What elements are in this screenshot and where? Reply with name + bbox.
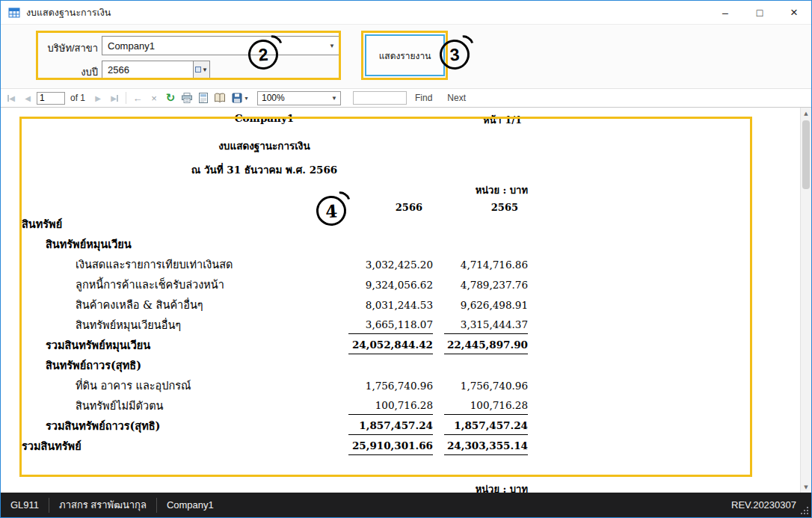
row-value-2566 [348, 215, 433, 233]
report-unit: หน่วย : บาท [476, 182, 528, 198]
vertical-scrollbar[interactable]: ▲ ▼ [800, 108, 811, 493]
next-page-button[interactable]: ▶ [90, 90, 105, 105]
page-number-input[interactable] [37, 92, 65, 105]
year-label: งบปี [31, 64, 98, 80]
toolbar-separator [126, 92, 126, 104]
row-value-2566: 3,665,118.07 [348, 316, 433, 334]
report-row: สินทรัพย์ไม่มีตัวตน100,716.28100,716.28 [1, 395, 528, 416]
scroll-down-icon[interactable]: ▼ [801, 481, 811, 493]
year-input[interactable]: 2566 [102, 61, 194, 78]
print-layout-button[interactable] [196, 90, 211, 105]
column-header-2565: 2565 [444, 202, 529, 213]
row-label: รวมสินทรัพย์ [1, 437, 348, 454]
row-label: สินทรัพย์ [1, 215, 348, 232]
report-viewer: 4 Company1 หน้า 1/1 งบแสดงฐานะการเงิน ณ … [1, 108, 811, 493]
report-page-number: หน้า 1/1 [483, 112, 522, 128]
print-layout-icon [197, 92, 209, 104]
scroll-up-icon[interactable]: ▲ [801, 108, 811, 119]
row-label: ที่ดิน อาคาร และอุปกรณ์ [1, 377, 348, 394]
print-button[interactable] [179, 90, 194, 105]
find-next-button[interactable]: Next [440, 93, 473, 103]
statusbar: GL911 ภาสกร สราพัฒนากุล Company1 REV.202… [1, 493, 811, 517]
resize-grip[interactable] [807, 513, 808, 514]
row-value-2566 [348, 357, 433, 374]
maximize-icon[interactable]: □ [742, 1, 777, 24]
row-label: รวมสินทรัพย์หมุนเวียน [1, 336, 348, 354]
zoom-value: 100% [258, 93, 328, 103]
chevron-down-icon: ▼ [328, 95, 340, 102]
report-unit-bottom: หน่วย : บาท [476, 481, 528, 493]
year-picker-button[interactable]: ▼ [194, 61, 210, 78]
report-toolbar: ◀ ◀ of 1 ▶ ▶ ← × ↻ [1, 89, 811, 108]
find-text-input[interactable] [353, 91, 407, 105]
report-row: ลูกหนี้การค้าและเช็ครับล่วงหน้า9,324,056… [1, 274, 528, 295]
row-label: รวมสินทรัพย์ถาวร(สุทธิ) [1, 417, 348, 434]
report-row: รวมสินทรัพย์25,910,301.6624,303,355.14 [1, 436, 528, 456]
window-controls: – □ × [708, 1, 811, 24]
save-export-icon [231, 92, 243, 104]
report-row: สินทรัพย์ [1, 214, 528, 234]
row-value-2565: 9,626,498.91 [444, 296, 528, 314]
back-to-parent-button[interactable]: ← [130, 90, 145, 105]
status-company: Company1 [157, 499, 224, 511]
row-value-2566: 100,716.28 [348, 397, 433, 415]
first-page-button[interactable]: ◀ [4, 90, 19, 105]
row-value-2566 [348, 235, 433, 253]
row-value-2566: 25,910,301.66 [348, 437, 433, 455]
chevron-down-icon: ▼ [244, 96, 249, 101]
report-row: ที่ดิน อาคาร และอุปกรณ์1,756,740.961,756… [1, 375, 528, 395]
row-value-2566: 8,031,244.53 [348, 296, 433, 314]
report-row: สินค้าคงเหลือ & สินค้าอื่นๆ8,031,244.539… [1, 295, 528, 315]
row-label: สินทรัพย์ไม่มีตัวตน [1, 397, 348, 414]
scrollbar-thumb[interactable] [802, 120, 810, 189]
minimize-icon[interactable]: – [708, 1, 742, 24]
report-date: ณ วันที่ 31 ธันวาคม พ.ศ. 2566 [1, 161, 528, 178]
report-row: รวมสินทรัพย์หมุนเวียน24,052,844.4222,445… [1, 335, 528, 355]
report-row: สินทรัพย์หมุนเวียนอื่นๆ3,665,118.073,315… [1, 315, 528, 335]
row-value-2565: 3,315,444.37 [444, 316, 528, 334]
titlebar: งบแสดงฐานะการเงิน – □ × [1, 1, 811, 25]
close-icon[interactable]: × [777, 1, 811, 24]
row-value-2565 [444, 457, 528, 475]
row-label: สินทรัพย์ถาวร(สุทธิ) [1, 357, 348, 374]
calendar-icon [195, 67, 201, 73]
chevron-down-icon: ▼ [325, 43, 339, 49]
report-rows: สินทรัพย์สินทรัพย์หมุนเวียนเงินสดและรายก… [1, 214, 528, 476]
find-button[interactable]: Find [408, 93, 439, 103]
row-label: สินค้าคงเหลือ & สินค้าอื่นๆ [1, 296, 348, 313]
report-row: สินทรัพย์หมุนเวียน [1, 234, 528, 254]
year-input-value: 2566 [102, 64, 193, 75]
row-label: สินทรัพย์หมุนเวียน [1, 235, 348, 253]
row-value-2565: 24,303,355.14 [444, 437, 528, 455]
show-report-button[interactable]: แสดงรายงาน [365, 34, 445, 76]
column-header-2566: 2566 [348, 202, 433, 213]
row-value-2565 [444, 235, 528, 253]
row-value-2565 [444, 215, 528, 233]
row-value-2566: 24,052,844.42 [348, 336, 433, 354]
window-title: งบแสดงฐานะการเงิน [26, 5, 111, 20]
zoom-dropdown[interactable]: 100% ▼ [257, 91, 341, 105]
report-company: Company1 [1, 112, 528, 124]
row-label: เงินสดและรายการเทียบเท่าเงินสด [1, 256, 348, 273]
row-value-2565: 4,789,237.76 [444, 276, 528, 294]
row-value-2565: 1,857,457.24 [444, 417, 528, 435]
status-code: GL911 [1, 499, 49, 511]
app-icon [8, 7, 20, 19]
report-row: เงินสดและรายการเทียบเท่าเงินสด3,032,425.… [1, 254, 528, 274]
last-page-button[interactable]: ▶ [107, 90, 122, 105]
stop-rendering-button[interactable]: × [147, 90, 162, 105]
previous-page-button[interactable]: ◀ [20, 90, 35, 105]
page-setup-button[interactable] [212, 90, 227, 105]
row-value-2566 [348, 457, 433, 475]
refresh-button[interactable]: ↻ [163, 90, 178, 105]
page-setup-icon [214, 92, 226, 104]
row-value-2565: 22,445,897.90 [444, 336, 528, 354]
company-dropdown[interactable]: Company1 ▼ [102, 36, 339, 55]
filter-panel: บริษัท/สาขา Company1 ▼ งบปี 2566 ▼ แสดงร… [1, 25, 811, 89]
report-row [1, 456, 528, 476]
export-button[interactable]: ▼ [229, 90, 251, 105]
company-dropdown-value: Company1 [102, 40, 325, 52]
row-value-2565: 1,756,740.96 [444, 377, 528, 395]
step-badge-2: 2 [247, 39, 280, 71]
report-title: งบแสดงฐานะการเงิน [1, 138, 528, 154]
